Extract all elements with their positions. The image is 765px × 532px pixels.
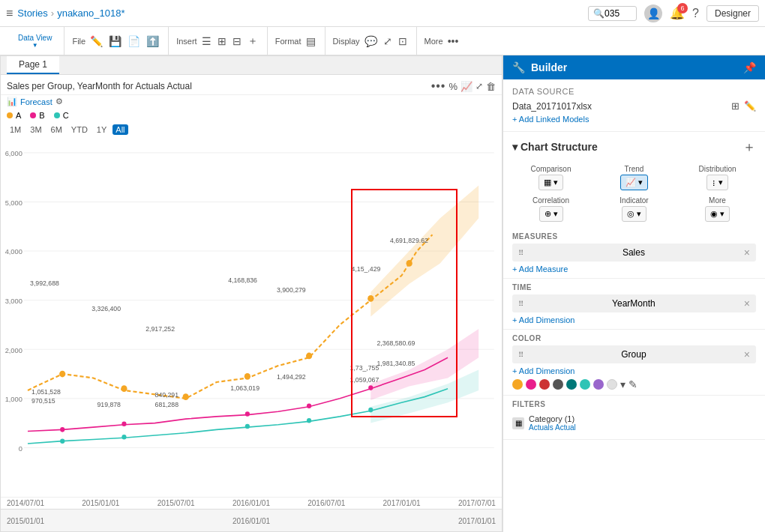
page-tab[interactable]: Page 1 [7,56,59,74]
time-3m-button[interactable]: 3M [27,124,44,135]
comparison-button[interactable]: ▦ ▾ [538,175,563,190]
percent-icon[interactable]: % [448,81,458,92]
time-1y-button[interactable]: 1Y [94,124,110,135]
more-icon[interactable]: ••• [446,34,460,49]
indicator-button[interactable]: ◎ ▾ [622,206,646,222]
format-icon[interactable]: ▤ [304,34,317,49]
settings-small-icon[interactable]: ⚙ [56,97,63,106]
svg-text:919,878: 919,878 [97,401,121,408]
search-input[interactable] [604,8,632,19]
chart-line-icon[interactable]: 📈 [460,81,472,92]
svg-point-27 [368,385,373,390]
swatch-dark[interactable] [553,379,563,390]
more-swatches-icon[interactable]: ▾ [620,378,626,390]
triangle-icon: ▾ [512,141,518,153]
share-icon[interactable]: ⬆️ [145,34,160,49]
chart-icon-small: 📊 [7,97,17,106]
fullscreen-icon[interactable]: ⤢ [382,34,394,49]
comparison-label: Comparison [531,165,572,173]
file-label: File [72,37,86,46]
distribution-dropdown-icon: ▾ [718,178,723,187]
time-all-button[interactable]: All [112,124,128,135]
help-icon[interactable]: ? [692,7,699,20]
filter-category-label[interactable]: Category (1) [529,414,576,423]
swatch-orange[interactable] [512,379,523,390]
x-axis-label-4: 2016/01/01 [232,499,270,507]
insert-label: Insert [176,37,197,46]
breadcrumb-separator: › [51,7,54,19]
wrench-icon: 🔧 [512,61,525,73]
pen-icon[interactable]: ✏️ [88,34,104,49]
svg-point-20 [368,295,374,302]
ds-table-icon[interactable]: ⊞ [731,100,740,112]
swatch-darkgreen[interactable] [566,379,577,390]
more-chart-button[interactable]: ◉ ▾ [705,206,730,222]
swatch-teal[interactable] [580,379,590,390]
chart-type-indicator: Indicator ◎ ▾ [596,196,673,222]
time-ytd-button[interactable]: YTD [68,124,91,135]
add-chart-type-icon[interactable]: ＋ [742,138,756,156]
remove-group-icon[interactable]: × [744,348,750,360]
user-avatar[interactable]: 👤 [644,4,662,22]
time-6m-button[interactable]: 6M [48,124,65,135]
designer-button[interactable]: Designer [706,5,759,22]
distribution-button[interactable]: ⫶ ▾ [706,175,728,190]
display-label: Display [333,37,360,46]
x-axis-label-2: 2015/01/01 [82,499,119,507]
remove-sales-icon[interactable]: × [744,247,750,259]
x-axis: 2014/07/01 2015/01/01 2015/07/01 2016/01… [1,497,502,509]
time-1m-button[interactable]: 1M [7,124,24,135]
delete-chart-icon[interactable]: 🗑 [486,81,496,92]
correlation-button[interactable]: ⊕ ▾ [539,206,563,222]
more-label: More [424,37,443,46]
align-left-icon[interactable]: ☰ [200,34,213,49]
data-source-name: Data_20171017xlsx [512,101,592,112]
search-box[interactable]: 🔍 [588,6,637,21]
filter-icon[interactable]: ⊟ [231,34,243,49]
remove-yearmonth-icon[interactable]: × [744,297,750,309]
filter-category-icon: ▦ [512,417,524,429]
dataview-button[interactable]: Data View ▼ [14,32,56,50]
breadcrumb: Stories › ynakano_1018* [17,7,124,19]
menu-icon[interactable]: ≡ [6,7,13,20]
svg-text:1,059,067: 1,059,067 [350,376,380,384]
swatch-purple[interactable] [593,379,604,390]
time-filters: 1M 3M 6M YTD 1Y All [1,123,502,136]
swatch-pink[interactable] [526,379,536,390]
add-color-dimension-link[interactable]: + Add Dimension [512,366,756,375]
copy-icon[interactable]: 📄 [126,34,142,49]
forecast-label[interactable]: Forecast [20,97,52,106]
swatch-white[interactable] [607,379,617,390]
breadcrumb-stories[interactable]: Stories [17,7,47,19]
comment-icon[interactable]: 💬 [363,34,379,49]
add-linked-models-link[interactable]: + Add Linked Models [512,115,756,124]
breadcrumb-page[interactable]: ynakano_1018* [57,7,124,19]
chart-more-icon[interactable]: ••• [431,79,446,93]
edit-swatches-icon[interactable]: ✎ [628,378,638,390]
expand-icon[interactable]: ⤢ [476,81,483,91]
add-icon[interactable]: ＋ [246,33,260,49]
chart-title: Sales per Group, YearMonth for Actuals A… [7,81,192,91]
svg-text:3,900,279: 3,900,279 [277,285,306,293]
add-time-dimension-link[interactable]: + Add Dimension [512,315,756,324]
pin-icon[interactable]: 📌 [743,61,756,73]
chart-type-more: More ◉ ▾ [679,196,756,222]
chart-type-distribution: Distribution ⫶ ▾ [679,165,756,190]
notification-icon[interactable]: 🔔 6 [670,6,685,20]
svg-text:4,15_,429: 4,15_,429 [352,265,381,273]
save-icon[interactable]: 💾 [107,34,123,49]
add-measure-link[interactable]: + Add Measure [512,265,756,273]
color-label: COLOR [512,334,756,342]
svg-text:970,515: 970,515 [32,397,56,405]
ds-edit-icon[interactable]: ✏️ [744,100,756,112]
chart-area: Page 1 Sales per Group, YearMonth for Ac… [0,55,502,532]
display-group: Display 💬 ⤢ ⊡ [326,27,417,55]
swatch-red[interactable] [539,379,550,390]
filter-category-sub[interactable]: Actuals Actual [529,423,576,432]
trend-button[interactable]: 📈 ▾ [620,175,648,190]
grid-icon[interactable]: ⊞ [216,34,228,49]
grid2-icon[interactable]: ⊡ [397,34,409,49]
builder-panel: 🔧 Builder 📌 Data Source Data_20171017xls… [502,55,765,532]
x-axis-label-7: 2017/07/01 [458,499,496,507]
svg-point-30 [122,435,126,440]
